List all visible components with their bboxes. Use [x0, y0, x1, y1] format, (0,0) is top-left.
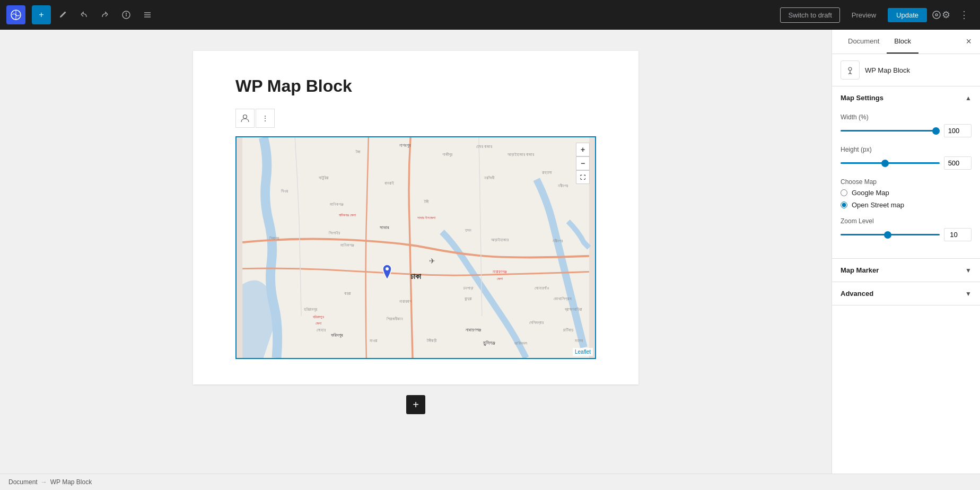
google-map-option[interactable]: Google Map [841, 189, 972, 197]
svg-point-4 [126, 13, 127, 14]
zoom-in-button[interactable]: + [576, 143, 590, 156]
svg-text:সাভার: সাভার [380, 225, 389, 230]
redo-button[interactable] [95, 5, 115, 24]
toolbar-left: + [6, 5, 157, 24]
svg-text:নাগরপুর: নাগরপুর [399, 143, 411, 148]
svg-text:ব্রাহ্মণবাড়িয়া: ব্রাহ্মণবাড়িয়া [564, 307, 582, 312]
open-street-option[interactable]: Open Street map [841, 201, 972, 209]
info-button[interactable] [117, 5, 136, 24]
svg-text:টঙ্গা: টঙ্গা [355, 150, 361, 154]
block-dots-button[interactable]: ⋮ [256, 109, 275, 128]
zoom-field: Zoom Level 10 [841, 217, 972, 241]
svg-text:লোহার: লোহার [317, 328, 326, 332]
svg-text:ঘিওর: ঘিওর [281, 189, 288, 194]
google-map-label: Google Map [852, 189, 889, 197]
preview-button[interactable]: Preview [844, 8, 883, 22]
advanced-section: Advanced ▼ [832, 282, 980, 305]
height-label: Height (px) [841, 146, 972, 153]
svg-text:তেঘর বাজার: তেঘর বাজার [476, 144, 493, 149]
choose-map-label: Choose Map [841, 178, 972, 186]
map-svg: নাগরপুর টঙ্গা তেঘর বাজার আড়াইহাজার বাজা… [237, 137, 595, 358]
svg-text:মুন্সিগঞ্জ: মুন্সিগঞ্জ [483, 340, 495, 346]
breadcrumb-block[interactable]: WP Map Block [50, 478, 92, 486]
list-view-button[interactable] [138, 5, 157, 24]
width-label: Width (%) [841, 113, 972, 121]
svg-text:শিরাজদীকান: শিরাজদীকান [387, 317, 403, 321]
map-controls: + − ⛶ [576, 143, 590, 184]
sidebar-close-button[interactable]: × [966, 36, 972, 47]
map-settings-title: Map Settings [841, 94, 883, 102]
svg-text:মাওয়া: মাওয়া [370, 338, 378, 343]
width-input[interactable]: 100 [944, 124, 972, 137]
zoom-slider[interactable] [841, 234, 940, 235]
zoom-input[interactable]: 10 [944, 228, 972, 241]
advanced-header[interactable]: Advanced ▼ [832, 282, 980, 305]
width-field: Width (%) 100 [841, 113, 972, 137]
zoom-label: Zoom Level [841, 217, 972, 225]
breadcrumb-document[interactable]: Document [8, 478, 38, 486]
post-content: WP Map Block ⋮ [193, 51, 638, 384]
main-area: WP Map Block ⋮ [0, 30, 980, 474]
more-options-button[interactable]: ⋮ [955, 5, 974, 24]
width-slider-row: 100 [841, 124, 972, 137]
height-slider[interactable] [841, 162, 940, 164]
breadcrumb: Document → WP Map Block [0, 474, 980, 490]
edit-button[interactable] [53, 5, 72, 24]
map-marker-section: Map Marker ▼ [832, 259, 980, 282]
leaflet-link[interactable]: Leaflet [575, 349, 591, 355]
svg-text:মানিকগঞ্জ: মানিকগঞ্জ [340, 243, 354, 248]
svg-text:বান্দুরা: বান্দুরা [465, 296, 472, 301]
svg-text:সেলিমদ্বার: সেলিমদ্বার [529, 320, 544, 325]
svg-text:জেলা: জেলা [497, 276, 503, 281]
svg-text:কোথালিগ্রাম: কোথালিগ্রাম [554, 296, 572, 301]
width-slider[interactable] [841, 130, 940, 132]
svg-text:মানিকগঞ্জ জেলা: মানিকগঞ্জ জেলা [339, 213, 356, 217]
svg-text:নবীনগর: নবীনগর [553, 239, 563, 243]
switch-to-draft-button[interactable]: Switch to draft [780, 7, 839, 23]
map-marker-chevron: ▼ [965, 267, 972, 274]
leaflet-attribution: Leaflet [573, 348, 593, 356]
svg-text:সাটুরিয়া: সাটুরিয়া [319, 176, 329, 180]
height-slider-row: 500 [841, 156, 972, 170]
svg-text:আড়াইহাজার বাজার: আড়াইহাজার বাজার [508, 152, 535, 157]
svg-text:সাভার উপজেলা: সাভার উপজেলা [417, 215, 436, 220]
block-type-icon [841, 60, 860, 80]
add-block-toolbar-button[interactable]: + [32, 5, 51, 24]
add-block-button[interactable]: + [406, 395, 425, 414]
open-street-radio[interactable] [841, 202, 847, 208]
map-type-radio-group: Google Map Open Street map [841, 189, 972, 209]
block-info: WP Map Block [832, 54, 980, 86]
google-map-radio[interactable] [841, 189, 847, 196]
svg-point-58 [848, 67, 852, 71]
undo-button[interactable] [74, 5, 93, 24]
svg-text:জেলা: জেলা [316, 321, 322, 325]
svg-text:চাটিবাড়: চাটিবাড় [563, 328, 574, 332]
svg-text:চনপাড়া: চনপাড়া [463, 286, 474, 291]
svg-text:আড়াইহাজার: আড়াইহাজার [491, 238, 509, 242]
svg-text:নারায়বাগ: নারায়বাগ [399, 299, 412, 304]
map-settings-header[interactable]: Map Settings ▲ [832, 86, 980, 109]
svg-text:টঙ্গী: টঙ্গী [424, 199, 429, 204]
svg-text:ধামরাই: ধামরাই [384, 181, 395, 186]
settings-button[interactable]: ⚙ [931, 5, 950, 24]
map-settings-section: Map Settings ▲ Width (%) 100 Height (px) [832, 86, 980, 259]
svg-text:ডাকিমদল: ডাকিমদল [514, 341, 528, 346]
zoom-out-button[interactable]: − [576, 156, 590, 170]
svg-point-57 [386, 267, 389, 270]
update-button[interactable]: Update [888, 8, 927, 22]
tab-document[interactable]: Document [841, 30, 887, 54]
block-person-icon-button[interactable] [235, 109, 255, 128]
map-marker [381, 265, 393, 287]
svg-text:গাজীপুর: গাজীপুর [442, 152, 453, 157]
map-marker-header[interactable]: Map Marker ▼ [832, 259, 980, 282]
svg-text:সোনারগাঁও: সোনারগাঁও [535, 286, 549, 291]
height-input[interactable]: 500 [944, 156, 972, 170]
map-container: নাগরপুর টঙ্গা তেঘর বাজার আড়াইহাজার বাজা… [235, 136, 596, 359]
svg-text:রাহুতলা: রাহুতলা [542, 170, 552, 175]
svg-text:সিংগাইর: সিংগাইর [329, 231, 340, 235]
tab-block[interactable]: Block [887, 30, 918, 54]
block-toolbar: ⋮ [235, 109, 596, 128]
svg-text:টঙ্গীবাড়ী: টঙ্গীবাড়ী [426, 338, 437, 343]
fullscreen-button[interactable]: ⛶ [576, 170, 590, 184]
map-settings-content: Width (%) 100 Height (px) 500 [832, 109, 980, 258]
